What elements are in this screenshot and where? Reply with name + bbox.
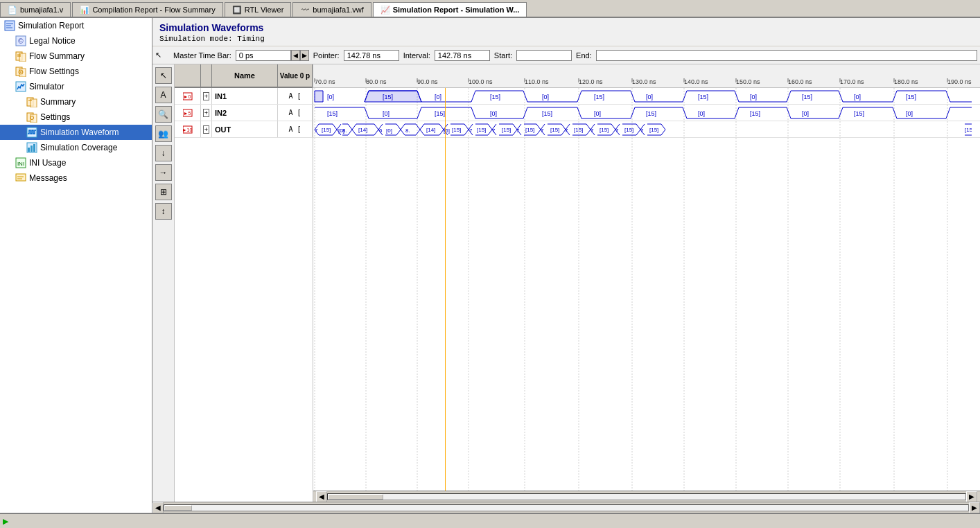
master-time-input[interactable] xyxy=(236,50,291,61)
sidebar-label: Messages xyxy=(29,173,67,183)
group-tool-btn[interactable]: 👥 xyxy=(155,125,172,142)
waveform-row-in2: [15] [0] [15] [0] xyxy=(313,105,980,121)
svg-text:INI: INI xyxy=(17,161,24,167)
svg-text:7: 7 xyxy=(492,127,496,134)
sidebar-item-sim-coverage[interactable]: Simulation Coverage xyxy=(0,140,152,155)
svg-text:180.0 ns: 180.0 ns xyxy=(894,78,918,85)
interval-value[interactable] xyxy=(435,50,490,61)
sidebar-scroll-left[interactable]: ◀ xyxy=(152,502,164,513)
svg-text:[0]: [0] xyxy=(594,110,601,117)
pointer-value[interactable] xyxy=(344,50,399,61)
svg-line-189 xyxy=(416,130,420,135)
start-value[interactable] xyxy=(516,50,572,61)
sidebar-item-flow-summary[interactable]: Flow Summary xyxy=(0,49,152,64)
svg-text:7: 7 xyxy=(315,127,318,134)
sort-btn[interactable]: ↕ xyxy=(155,203,172,220)
svg-text:8.: 8. xyxy=(342,127,347,134)
grid-btn[interactable]: ⊞ xyxy=(155,184,172,200)
sidebar-item-flow-settings[interactable]: Flow Settings xyxy=(0,64,152,79)
svg-line-188 xyxy=(416,124,420,130)
scroll-right-btn[interactable]: ▶ xyxy=(966,491,977,502)
content-subtitle: Simulation mode: Timing xyxy=(159,35,973,43)
summary-icon xyxy=(26,96,37,107)
svg-text:7: 7 xyxy=(516,127,520,134)
tab-rtl[interactable]: 🔲 RTL Viewer xyxy=(225,2,292,17)
sidebar-scroll-right[interactable]: ▶ xyxy=(969,502,980,513)
sidebar-item-sim-waveform[interactable]: Simulation Waveform xyxy=(0,125,152,140)
arrow-right-btn[interactable]: → xyxy=(155,164,172,181)
sidebar-label: INI Usage xyxy=(29,158,66,168)
sidebar-item-messages[interactable]: Messages xyxy=(0,170,152,186)
svg-line-123 xyxy=(471,107,475,118)
svg-text:[15]: [15] xyxy=(750,110,760,117)
sidebar-item-sim-report[interactable]: Simulation Report xyxy=(0,18,152,33)
svg-text:6: 6 xyxy=(379,127,383,134)
master-time-label: Master Time Bar: xyxy=(173,51,231,60)
end-value[interactable] xyxy=(596,50,977,61)
sidebar-label: Legal Notice xyxy=(29,36,76,46)
svg-line-92 xyxy=(577,91,581,102)
time-bar: ↖ Master Time Bar: ◀ ▶ Pointer: Interval… xyxy=(152,46,980,64)
svg-line-104 xyxy=(787,91,791,102)
sidebar-scrollbar-track[interactable] xyxy=(164,504,969,511)
waveform-tab-icon: 〰 xyxy=(300,5,310,15)
svg-text:►5: ►5 xyxy=(183,111,191,116)
sidebar-item-settings[interactable]: Settings xyxy=(0,109,152,125)
svg-text:[6]: [6] xyxy=(444,127,450,134)
sidebar-item-legal[interactable]: © Legal Notice xyxy=(0,33,152,49)
svg-text:80.0 ns: 80.0 ns xyxy=(366,78,387,85)
scroll-left-btn[interactable]: ◀ xyxy=(316,491,327,502)
sidebar-item-ini[interactable]: INI INI Usage xyxy=(0,155,152,170)
svg-line-120 xyxy=(417,107,421,118)
svg-marker-76 xyxy=(315,91,323,102)
svg-rect-24 xyxy=(30,146,33,152)
svg-line-268 xyxy=(661,130,665,135)
tab-sim-report[interactable]: 📈 Simulation Report - Simulation W... xyxy=(373,2,527,17)
svg-line-117 xyxy=(365,107,369,118)
svg-text:[0]: [0] xyxy=(435,94,441,100)
sidebar-item-summary[interactable]: Summary xyxy=(0,94,152,109)
arrow-down-btn[interactable]: ↓ xyxy=(155,145,172,161)
messages-icon xyxy=(15,173,26,184)
svg-text:[15]: [15] xyxy=(854,110,864,117)
text-tool-btn[interactable]: A xyxy=(155,87,172,103)
content-area: Simulation Waveforms Simulation mode: Ti… xyxy=(152,18,980,513)
tab-vwf[interactable]: 〰 bumajiafa1.vwf xyxy=(292,2,371,17)
cursor-tool-btn[interactable]: ↖ xyxy=(155,67,172,84)
svg-text:7: 7 xyxy=(469,127,473,134)
scrollbar-track[interactable] xyxy=(327,493,966,500)
tab-bumajiafa-v[interactable]: 📄 bumajiafa1.v xyxy=(0,2,71,17)
flow-settings-icon xyxy=(15,66,26,77)
svg-text:140.0 ns: 140.0 ns xyxy=(684,78,708,85)
expand-out[interactable]: + xyxy=(201,121,212,137)
svg-text:►10: ►10 xyxy=(183,127,192,132)
signal-row-in1[interactable]: ►0 + IN1 A [ xyxy=(175,88,313,105)
svg-text:[15]: [15] xyxy=(906,94,916,100)
svg-line-204 xyxy=(464,130,469,135)
svg-text:130.0 ns: 130.0 ns xyxy=(632,78,656,85)
expand-in1[interactable]: + xyxy=(201,88,212,104)
expand-in2[interactable]: + xyxy=(201,105,212,121)
svg-text:7: 7 xyxy=(615,127,619,134)
signal-row-in2[interactable]: ►5 + IN2 A [ xyxy=(175,105,313,121)
svg-rect-28 xyxy=(16,174,26,181)
scrollbar-thumb[interactable] xyxy=(328,494,383,500)
signal-name-in1: IN1 xyxy=(212,88,278,104)
signal-row-out[interactable]: ►10 + OUT A [ xyxy=(175,121,313,138)
interval-label: Interval: xyxy=(403,51,430,60)
svg-line-113 xyxy=(946,91,950,102)
time-prev-btn[interactable]: ◀ xyxy=(291,50,300,61)
tab-compilation[interactable]: 📊 Compilation Report - Flow Summary xyxy=(72,2,222,17)
svg-text:[15]: [15] xyxy=(525,127,534,133)
svg-text:120.0 ns: 120.0 ns xyxy=(579,78,603,85)
sidebar-scrollbar-thumb[interactable] xyxy=(164,505,192,511)
time-next-btn[interactable]: ▶ xyxy=(300,50,309,61)
svg-line-166 xyxy=(348,124,352,130)
sidebar-label: Settings xyxy=(40,112,70,122)
signal-type-icon-in2: ►5 xyxy=(183,109,193,117)
sidebar-item-simulator[interactable]: Simulator xyxy=(0,79,152,94)
zoom-tool-btn[interactable]: 🔍 xyxy=(155,106,172,123)
svg-line-86 xyxy=(471,91,475,102)
svg-line-126 xyxy=(523,107,527,118)
signal-type-icon-out: ►10 xyxy=(183,125,193,134)
